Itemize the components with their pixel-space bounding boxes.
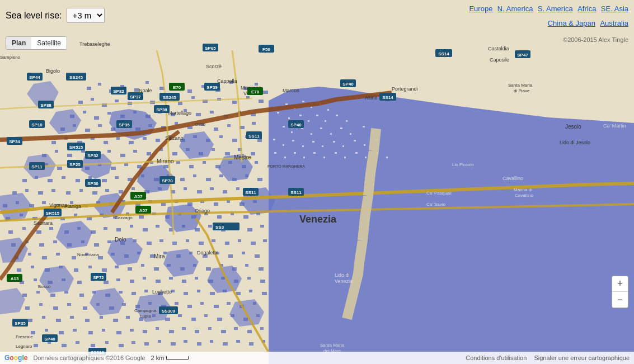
se-asia-link[interactable]: SE. Asia [601, 4, 628, 13]
svg-rect-392 [336, 115, 338, 116]
svg-rect-285 [221, 277, 225, 280]
svg-rect-100 [85, 167, 90, 170]
svg-rect-2 [98, 83, 101, 86]
sea-level-select[interactable]: +1 m +2 m +3 m +4 m +5 m +6 m [67, 8, 105, 23]
svg-rect-370 [144, 342, 149, 346]
china-japan-link[interactable]: China & Japan [548, 19, 595, 27]
svg-rect-52 [135, 127, 140, 131]
svg-rect-199 [104, 227, 107, 230]
svg-rect-102 [111, 167, 116, 170]
svg-rect-140 [105, 189, 109, 192]
svg-rect-408 [312, 141, 314, 143]
svg-rect-278 [130, 280, 134, 283]
svg-rect-155 [42, 201, 46, 204]
svg-rect-53 [148, 124, 152, 127]
svg-rect-6 [145, 81, 149, 84]
svg-text:Venezia: Venezia [299, 214, 337, 225]
conditions-link[interactable]: Conditions d'utilisation [466, 354, 527, 361]
zoom-out-button[interactable]: − [612, 292, 628, 308]
svg-rect-120 [102, 179, 107, 182]
svg-rect-358 [221, 330, 226, 333]
svg-rect-127 [193, 174, 196, 177]
bottom-links: Conditions d'utilisation Signaler une er… [460, 354, 630, 361]
svg-rect-75 [219, 135, 223, 138]
report-error-link[interactable]: Signaler une erreur cartographique [534, 354, 630, 361]
svg-rect-421 [335, 152, 337, 154]
svg-rect-124 [154, 178, 159, 181]
svg-rect-192 [8, 230, 13, 234]
svg-rect-190 [243, 215, 248, 219]
svg-text:Bigolo: Bigolo [46, 68, 60, 74]
svg-text:Cavallino: Cavallino [502, 176, 523, 181]
svg-rect-355 [182, 327, 186, 330]
svg-rect-388 [299, 115, 302, 116]
svg-text:PORTO MARGHERA: PORTO MARGHERA [267, 164, 305, 168]
svg-rect-73 [193, 135, 197, 138]
svg-rect-87 [147, 152, 151, 155]
s-america-link[interactable]: S. America [538, 4, 573, 13]
zoom-controls: + − [612, 276, 628, 308]
svg-rect-223 [159, 239, 163, 242]
svg-rect-166 [187, 202, 192, 206]
svg-text:Trebaseleghe: Trebaseleghe [79, 41, 110, 47]
svg-rect-389 [308, 120, 309, 122]
svg-rect-121 [115, 176, 119, 179]
svg-rect-129 [219, 174, 223, 177]
svg-rect-118 [76, 179, 80, 182]
australia-link[interactable]: Australia [600, 19, 628, 27]
svg-rect-329 [70, 316, 74, 319]
svg-rect-34 [107, 112, 111, 115]
svg-rect-361 [260, 327, 264, 330]
svg-rect-233 [28, 253, 31, 256]
svg-rect-9 [187, 89, 192, 93]
svg-text:SP40: SP40 [342, 82, 354, 87]
map-container: Venezia Mestre Mirano Noale Martellago M… [0, 0, 634, 364]
n-america-link[interactable]: N. America [497, 4, 533, 13]
svg-rect-117 [62, 176, 65, 179]
svg-rect-391 [325, 120, 326, 122]
svg-rect-224 [172, 242, 177, 245]
svg-text:Santa Maria: Santa Maria [320, 343, 345, 348]
svg-rect-41 [196, 113, 201, 116]
europe-link[interactable]: Europe [469, 4, 492, 13]
svg-rect-264 [193, 264, 196, 267]
svg-rect-374 [197, 342, 201, 346]
scale-line [166, 356, 189, 360]
svg-rect-380 [285, 103, 288, 105]
svg-rect-307 [262, 292, 267, 295]
svg-rect-302 [197, 290, 200, 292]
svg-text:di Piave: di Piave [514, 88, 530, 93]
plan-button[interactable]: Plan [6, 37, 31, 49]
zoom-in-button[interactable]: + [612, 276, 628, 292]
svg-rect-372 [171, 342, 176, 346]
svg-text:Campagna: Campagna [134, 308, 157, 313]
svg-rect-424 [365, 157, 367, 158]
copyright-text: ©2006-2015 Alex Tingle [563, 36, 628, 43]
svg-rect-332 [113, 319, 118, 322]
svg-text:Caposile: Caposile [490, 57, 509, 63]
svg-rect-93 [225, 152, 230, 155]
svg-rect-407 [302, 145, 304, 147]
svg-rect-81 [67, 154, 72, 157]
svg-rect-309 [39, 303, 43, 306]
svg-text:Castaldia: Castaldia [488, 46, 509, 51]
svg-text:Lido di Jesolo: Lido di Jesolo [560, 140, 590, 145]
africa-link[interactable]: Africa [577, 4, 596, 13]
svg-rect-357 [208, 327, 212, 330]
svg-rect-74 [206, 139, 210, 142]
svg-rect-200 [116, 228, 121, 231]
svg-rect-230 [251, 242, 256, 245]
svg-text:E70: E70 [173, 85, 181, 90]
svg-rect-228 [225, 242, 229, 245]
svg-rect-308 [25, 306, 30, 310]
svg-rect-322 [214, 305, 219, 308]
svg-rect-259 [128, 267, 132, 271]
satellite-button[interactable]: Satellite [31, 37, 67, 49]
svg-rect-216 [67, 243, 72, 247]
svg-text:SR515: SR515 [46, 211, 60, 216]
svg-rect-149 [223, 190, 227, 193]
svg-rect-46 [60, 127, 65, 131]
svg-rect-315 [122, 303, 126, 306]
svg-rect-261 [154, 267, 159, 271]
svg-rect-17 [91, 98, 94, 101]
